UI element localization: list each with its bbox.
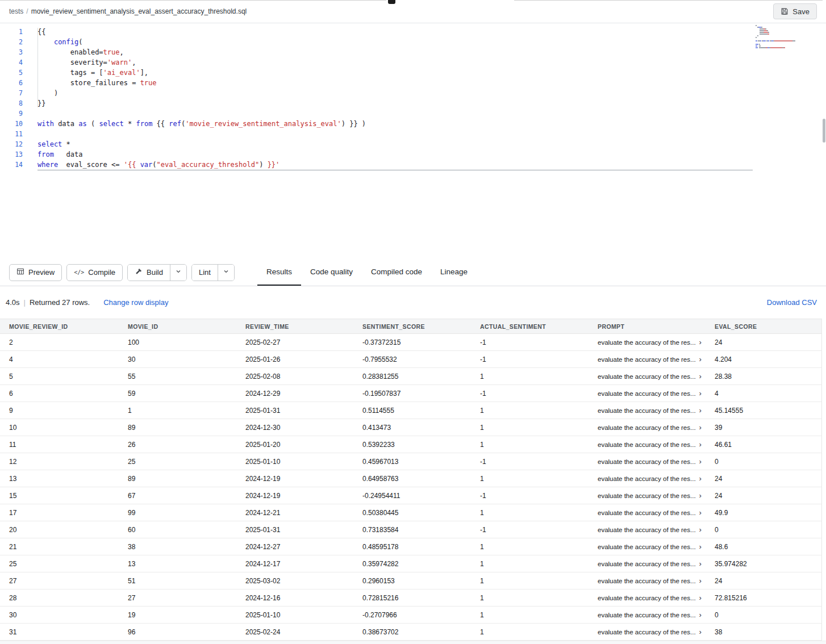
code-token: true: [140, 79, 157, 87]
expand-prompt-icon[interactable]: ›: [699, 611, 702, 618]
table-cell: 27: [119, 589, 236, 606]
code-line[interactable]: config(: [37, 37, 826, 47]
expand-prompt-icon[interactable]: ›: [699, 390, 702, 397]
code-token: 'movie_review_sentiment_analysis_eval': [185, 120, 341, 128]
breadcrumb-folder[interactable]: tests: [9, 7, 23, 15]
code-line[interactable]: ): [37, 88, 826, 98]
expand-prompt-icon[interactable]: ›: [699, 356, 702, 363]
code-token: config: [54, 38, 78, 46]
tab-compiled-code[interactable]: Compiled code: [362, 259, 431, 286]
line-number: 7: [0, 88, 23, 98]
table-cell: 2024-12-17: [236, 555, 353, 572]
table-row: 5552025-02-080.283812551evaluate the acc…: [0, 368, 821, 385]
expand-prompt-icon[interactable]: ›: [699, 338, 702, 346]
tab-results[interactable]: Results: [257, 259, 301, 286]
prompt-text: evaluate the accuracy of the res...: [598, 526, 696, 533]
lint-button[interactable]: Lint: [192, 265, 218, 281]
table-cell: 1: [471, 572, 589, 589]
code-line[interactable]: [37, 108, 826, 119]
table-cell: 39: [706, 419, 821, 436]
table-cell: 0.5392233: [353, 436, 471, 453]
tab-code-quality[interactable]: Code quality: [301, 259, 362, 286]
table-cell: 2025-01-10: [236, 607, 353, 623]
code-line[interactable]: tags = ['ai_eval'],: [37, 68, 826, 78]
code-line[interactable]: from data: [37, 149, 826, 160]
table-cell: 13: [0, 470, 119, 487]
column-header-sentiment_score: SENTIMENT_SCORE: [353, 319, 471, 333]
save-button[interactable]: Save: [773, 3, 817, 19]
table-cell: evaluate the accuracy of the res...›: [589, 487, 706, 504]
code-token: (: [87, 120, 99, 128]
expand-prompt-icon[interactable]: ›: [699, 407, 702, 414]
build-dropdown-button[interactable]: [170, 265, 186, 281]
table-row: 30192025-01-10-0.27079661evaluate the ac…: [0, 607, 821, 624]
table-cell: -1: [471, 351, 589, 367]
column-header-eval_score: EVAL_SCORE: [706, 319, 821, 333]
expand-prompt-icon[interactable]: ›: [699, 560, 702, 567]
table-cell: evaluate the accuracy of the res...›: [589, 351, 706, 367]
table-cell: evaluate the accuracy of the res...›: [589, 572, 706, 589]
code-line[interactable]: store_failures = true: [37, 78, 826, 88]
code-token: 'warn': [107, 58, 132, 66]
expand-prompt-icon[interactable]: ›: [699, 509, 702, 516]
table-cell: 1: [471, 624, 589, 640]
table-header: MOVIE_REVIEW_IDMOVIE_IDREVIEW_TIMESENTIM…: [0, 319, 821, 334]
table-cell: 2025-02-08: [236, 368, 353, 384]
table-cell: 1: [471, 470, 589, 487]
table-cell: 0.2960153: [353, 572, 471, 589]
table-cell: -1: [471, 385, 589, 402]
lint-dropdown-button[interactable]: [218, 265, 234, 281]
preview-button[interactable]: Preview: [9, 264, 62, 281]
expand-prompt-icon[interactable]: ›: [699, 424, 702, 431]
table-row: 10892024-12-300.4134731evaluate the accu…: [0, 419, 821, 436]
expand-prompt-icon[interactable]: ›: [699, 526, 702, 533]
table-cell: 11: [0, 436, 119, 453]
table-cell: 10: [0, 419, 119, 436]
tab-lineage[interactable]: Lineage: [431, 259, 477, 286]
prompt-text: evaluate the accuracy of the res...: [598, 407, 696, 414]
code-line[interactable]: {{: [37, 27, 826, 37]
table-cell: 0.72815216: [353, 589, 471, 606]
expand-prompt-icon[interactable]: ›: [699, 543, 702, 550]
download-csv-link[interactable]: Download CSV: [767, 298, 817, 307]
code-line[interactable]: select *: [37, 139, 826, 149]
expand-prompt-icon[interactable]: ›: [699, 458, 702, 465]
code-line[interactable]: where eval_score <= '{{ var("eval_accura…: [37, 160, 826, 170]
expand-prompt-icon[interactable]: ›: [699, 628, 702, 635]
code-token: where: [37, 161, 58, 169]
table-cell: 1: [471, 538, 589, 555]
table-cell: 2024-12-27: [236, 538, 353, 555]
code-line[interactable]: }}: [37, 98, 826, 108]
line-number: 11: [0, 129, 23, 139]
horizontal-scrollbar[interactable]: [0, 641, 826, 644]
build-button[interactable]: Build: [128, 265, 170, 281]
compile-button[interactable]: </> Compile: [66, 264, 123, 281]
expand-prompt-icon[interactable]: ›: [699, 373, 702, 380]
expand-prompt-icon[interactable]: ›: [699, 577, 702, 584]
change-row-display-link[interactable]: Change row display: [103, 298, 168, 307]
code-line[interactable]: enabled=true,: [37, 47, 826, 57]
table-cell: 24: [706, 572, 821, 589]
editor-scrollbar-thumb[interactable]: [823, 119, 825, 143]
table-cell: 0.48595178: [353, 538, 471, 555]
code-token: with: [37, 120, 54, 128]
table-cell: 0.73183584: [353, 521, 471, 538]
table-cell: evaluate the accuracy of the res...›: [589, 436, 706, 453]
prompt-text: evaluate the accuracy of the res...: [598, 356, 696, 363]
expand-prompt-icon[interactable]: ›: [699, 594, 702, 601]
table-body: 21002025-02-27-0.37372315-1evaluate the …: [0, 334, 821, 641]
code-token: eval_score <=: [58, 161, 124, 169]
expand-prompt-icon[interactable]: ›: [699, 441, 702, 448]
table-cell: 2025-01-26: [236, 351, 353, 367]
sql-code-editor[interactable]: 1234567891011121314 {{ config( enabled=t…: [0, 23, 826, 259]
expand-prompt-icon[interactable]: ›: [699, 475, 702, 482]
code-line[interactable]: [37, 129, 826, 139]
code-line[interactable]: with data as ( select * from {{ ref('mov…: [37, 119, 826, 129]
code-line[interactable]: severity='warn',: [37, 57, 826, 68]
table-cell: 2024-12-19: [236, 470, 353, 487]
table-cell: 0: [706, 453, 821, 470]
code-content[interactable]: {{ config( enabled=true, severity='warn'…: [37, 27, 826, 170]
expand-prompt-icon[interactable]: ›: [699, 492, 702, 499]
table-cell: 27: [0, 572, 119, 589]
build-label: Build: [147, 268, 163, 277]
